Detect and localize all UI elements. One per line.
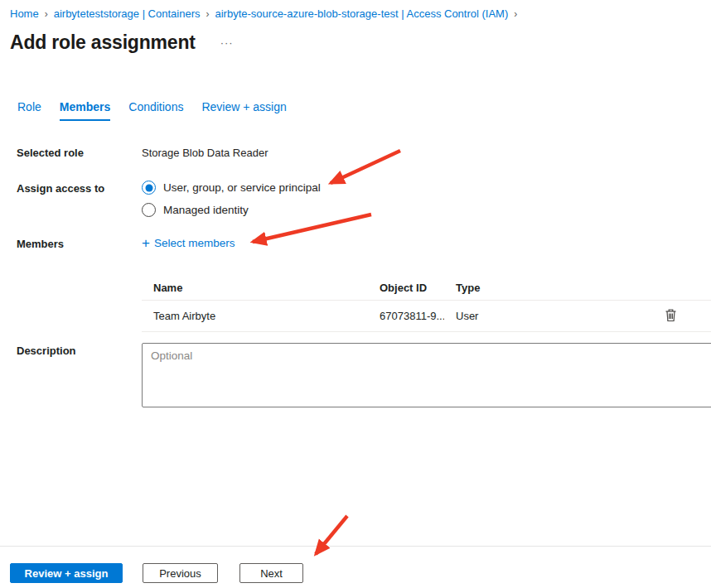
tab-role[interactable]: Role	[17, 100, 41, 121]
breadcrumb-separator: ›	[514, 8, 517, 20]
review-assign-button[interactable]: Review + assign	[10, 563, 123, 583]
column-header-name: Name	[142, 282, 368, 294]
tab-bar: Role Members Conditions Review + assign	[17, 100, 305, 121]
column-header-object-id: Object ID	[368, 282, 444, 294]
arrow-to-user-group-radio	[331, 151, 400, 183]
selected-role-label: Selected role	[17, 147, 84, 159]
breadcrumb-separator: ›	[45, 8, 48, 20]
member-type-cell: User	[444, 310, 635, 322]
trash-icon	[665, 308, 677, 322]
select-members-link[interactable]: + Select members	[142, 236, 235, 250]
radio-label: User, group, or service principal	[163, 181, 321, 194]
member-name-cell: Team Airbyte	[142, 310, 368, 322]
tab-members[interactable]: Members	[60, 100, 110, 121]
members-table: Name Object ID Type Team Airbyte 6707381…	[142, 275, 711, 332]
radio-unselected-icon[interactable]	[142, 203, 156, 217]
breadcrumb: Home›airbyteteststorage | Containers›air…	[10, 7, 523, 20]
select-members-label: Select members	[154, 237, 235, 249]
arrow-to-select-members	[253, 214, 371, 242]
page-title: Add role assignment	[10, 31, 196, 54]
breadcrumb-link-access-control[interactable]: airbyte-source-azure-blob-storage-test |…	[215, 7, 509, 20]
description-input[interactable]	[142, 343, 711, 407]
radio-managed-identity[interactable]: Managed identity	[142, 203, 249, 217]
tab-conditions[interactable]: Conditions	[128, 100, 183, 121]
members-label: Members	[17, 238, 64, 250]
breadcrumb-link-home[interactable]: Home	[10, 7, 39, 20]
column-header-type: Type	[444, 282, 635, 294]
previous-button[interactable]: Previous	[143, 563, 218, 583]
next-button[interactable]: Next	[239, 563, 303, 583]
arrow-to-next-button	[316, 516, 347, 554]
radio-user-group-service-principal[interactable]: User, group, or service principal	[142, 181, 321, 195]
radio-selected-icon[interactable]	[142, 181, 156, 195]
footer-divider	[0, 546, 711, 547]
assign-access-to-label: Assign access to	[17, 182, 104, 195]
tab-review-assign[interactable]: Review + assign	[201, 100, 286, 121]
description-label: Description	[17, 345, 76, 357]
delete-member-button[interactable]	[663, 306, 679, 326]
selected-role-value: Storage Blob Data Reader	[142, 147, 268, 159]
plus-icon: +	[142, 236, 150, 250]
table-row: Team Airbyte 67073811-9... User	[142, 301, 711, 332]
table-header-row: Name Object ID Type	[142, 275, 711, 301]
radio-label: Managed identity	[163, 204, 249, 216]
more-options-icon[interactable]: ···	[220, 36, 234, 49]
footer-button-bar: Review + assign Previous Next	[10, 563, 303, 583]
breadcrumb-link-storage-containers[interactable]: airbyteteststorage | Containers	[54, 7, 201, 20]
member-object-id-cell: 67073811-9...	[368, 310, 444, 322]
breadcrumb-separator: ›	[206, 8, 210, 20]
